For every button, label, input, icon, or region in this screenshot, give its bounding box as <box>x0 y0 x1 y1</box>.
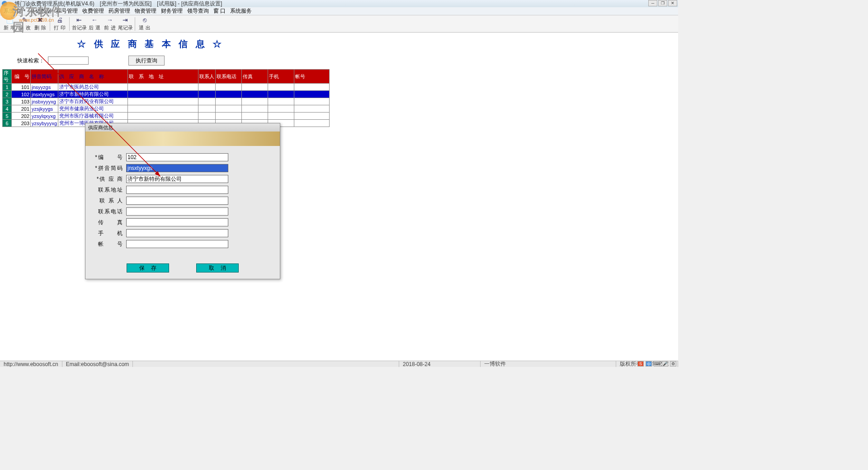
column-header[interactable]: 手机 <box>268 70 294 84</box>
menu-item[interactable]: 系统维护 <box>2 7 27 15</box>
field-input[interactable] <box>126 153 228 161</box>
supplier-table: 序号编 号拼音简码供 应 商 名 称联 系 地 址联系人联系电话传真手机帐号 1… <box>2 69 330 127</box>
toolbar-button[interactable]: ✖删 除 <box>33 16 48 31</box>
toolbar-button[interactable]: →前 进 <box>102 16 118 31</box>
system-tray: S 中 ⌨ 🎤 ⚙ <box>637 361 676 367</box>
field-input[interactable] <box>126 240 228 248</box>
minimize-button[interactable]: ─ <box>648 0 657 6</box>
field-label: *拼音简码 <box>94 164 123 172</box>
table-row[interactable]: 2102jnsxtyyxgs济宁市新特药有限公司 <box>3 91 330 98</box>
toolbar: 📄新 增✎修 改✖删 除🖨打 印⇤首记录←后 退→前 进⇥尾记录⎋退 出 <box>0 15 678 33</box>
dialog-title: 供应商信息 <box>85 123 280 132</box>
menu-item[interactable]: 领导查询 <box>185 7 211 15</box>
app-icon <box>2 1 7 6</box>
cancel-button[interactable]: 取消 <box>196 263 239 273</box>
field-label: *供 应 商 <box>94 175 123 183</box>
ime-lang[interactable]: 中 <box>646 361 652 367</box>
column-header[interactable]: 帐号 <box>294 70 330 84</box>
status-url: http://www.eboosoft.cn <box>0 361 62 367</box>
window-title: 一博门诊收费管理系统(单机版V4.6) [兖州市一博为民医院] [试用版] - … <box>9 0 222 8</box>
field-input[interactable] <box>126 175 228 183</box>
field-input[interactable] <box>126 164 228 172</box>
menu-item[interactable]: 财务管理 <box>159 7 184 15</box>
menu-item[interactable]: 收费管理 <box>80 7 106 15</box>
status-bar: http://www.eboosoft.cn Email:eboosoft@si… <box>0 361 678 367</box>
field-label: 联 系 人 <box>94 197 123 205</box>
menu-bar: 系统维护基础数据挂号管理收费管理药房管理物资管理财务管理领导查询窗 口系统服务 <box>0 7 678 15</box>
page-title: ☆ 供 应 商 基 本 信 息 ☆ <box>77 38 678 50</box>
toolbar-button[interactable]: ←后 退 <box>87 16 102 31</box>
toolbar-button[interactable]: ⎋退 出 <box>137 16 152 31</box>
dialog-banner <box>85 132 280 146</box>
column-header[interactable]: 传真 <box>242 70 268 84</box>
field-label: 传 真 <box>94 219 123 226</box>
column-header[interactable]: 拼音简码 <box>31 70 58 84</box>
field-input[interactable] <box>126 186 228 194</box>
tray-icon[interactable]: 🎤 <box>662 361 668 367</box>
tray-icon[interactable]: ⚙ <box>670 361 676 367</box>
field-input[interactable] <box>126 218 228 226</box>
column-header[interactable]: 编 号 <box>12 70 31 84</box>
search-label: 快速检索： <box>17 57 44 65</box>
toolbar-button[interactable]: ✎修 改 <box>17 16 33 31</box>
toolbar-button[interactable]: 🖨打 印 <box>52 16 67 31</box>
status-company: 一博软件 <box>481 361 616 367</box>
field-label: 联系电话 <box>94 208 123 216</box>
field-label: 联系地址 <box>94 186 123 194</box>
toolbar-button[interactable]: ⇥尾记录 <box>118 16 133 31</box>
field-input[interactable] <box>126 197 228 205</box>
table-row[interactable]: 1101jnsyyzgs济宁市医药总公司 <box>3 84 330 91</box>
table-row[interactable]: 5202yzsylqxyxg兖州市医疗器械有限公司 <box>3 113 330 120</box>
field-label: 手 机 <box>94 230 123 237</box>
field-input[interactable] <box>126 207 228 216</box>
toolbar-button[interactable]: ⇤首记录 <box>71 16 87 31</box>
field-label: 帐 号 <box>94 240 123 248</box>
close-button[interactable]: ✕ <box>668 0 677 6</box>
table-row[interactable]: 4201yzsjkyygs兖州市健康药业公司 <box>3 105 330 113</box>
supplier-dialog: 供应商信息 *编 号*拼音简码*供 应 商联系地址联 系 人联系电话传 真手 机… <box>85 123 280 279</box>
menu-item[interactable]: 药房管理 <box>107 7 132 15</box>
menu-item[interactable]: 系统服务 <box>228 7 254 15</box>
menu-item[interactable]: 窗 口 <box>212 7 227 15</box>
menu-item[interactable]: 物资管理 <box>133 7 158 15</box>
menu-item[interactable]: 挂号管理 <box>54 7 80 15</box>
menu-item[interactable]: 基础数据 <box>28 7 53 15</box>
restore-button[interactable]: ❐ <box>658 0 667 6</box>
toolbar-button[interactable]: 📄新 增 <box>2 16 17 31</box>
save-button[interactable]: 保存 <box>127 263 169 273</box>
ime-badge[interactable]: S <box>637 361 644 367</box>
field-label: *编 号 <box>94 154 123 161</box>
column-header[interactable]: 联 系 地 址 <box>128 70 198 84</box>
tray-icon[interactable]: ⌨ <box>654 361 660 367</box>
table-row[interactable]: 3103jnsbxyyyxg济宁市百姓药业有限公司 <box>3 98 330 105</box>
column-header[interactable]: 供 应 商 名 称 <box>58 70 128 84</box>
column-header[interactable]: 序号 <box>3 70 12 84</box>
title-bar: 一博门诊收费管理系统(单机版V4.6) [兖州市一博为民医院] [试用版] - … <box>0 0 678 7</box>
field-input[interactable] <box>126 229 228 237</box>
search-input[interactable] <box>48 56 89 65</box>
status-email: Email:eboosoft@sina.com <box>62 361 133 367</box>
column-header[interactable]: 联系人 <box>198 70 216 84</box>
query-button[interactable]: 执行查询 <box>128 56 165 66</box>
column-header[interactable]: 联系电话 <box>216 70 242 84</box>
status-date: 2018-08-24 <box>399 361 481 367</box>
